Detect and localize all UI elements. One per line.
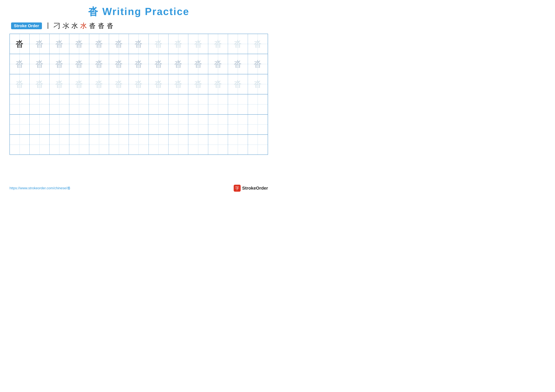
grid-cell[interactable]: 沓 [109,74,129,94]
grid-cell[interactable]: 沓 [149,74,168,94]
grid-cell[interactable]: 沓 [248,74,268,94]
cell-character: 沓 [254,40,262,48]
cell-character: 沓 [115,80,123,88]
stroke-chars: 丨 刁 氺 水 水 沓 沓 沓 [45,21,113,30]
grid-cell[interactable] [89,94,109,114]
grid-cell[interactable] [10,115,29,134]
grid-cell[interactable] [228,135,248,155]
grid-cell[interactable] [168,94,188,114]
cell-character: 沓 [194,40,202,48]
grid-cell[interactable]: 沓 [248,34,268,54]
grid-cell[interactable] [109,115,129,134]
cell-character: 沓 [95,60,103,68]
grid-cell[interactable] [228,115,248,134]
cell-character: 沓 [134,60,143,68]
grid-cell[interactable] [149,115,168,134]
cell-character: 沓 [234,60,242,68]
grid-cell[interactable] [10,135,29,155]
grid-cell[interactable]: 沓 [89,54,109,74]
grid-cell[interactable]: 沓 [69,54,89,74]
grid-cell[interactable]: 沓 [129,54,149,74]
grid-cell[interactable]: 沓 [149,34,168,54]
grid-row: 沓沓沓沓沓沓沓沓沓沓沓沓沓 [10,34,268,54]
grid-cell[interactable]: 沓 [168,74,188,94]
stroke-1: 丨 [45,21,51,30]
grid-cell[interactable] [109,94,129,114]
grid-cell[interactable]: 沓 [10,54,29,74]
footer: https://www.strokeorder.com/chinese/沓 字 … [9,185,268,192]
grid-cell[interactable]: 沓 [228,74,248,94]
grid-cell[interactable]: 沓 [188,74,208,94]
cell-character: 沓 [15,80,24,88]
grid-cell[interactable] [50,94,69,114]
grid-cell[interactable]: 沓 [248,54,268,74]
grid-cell[interactable] [188,115,208,134]
grid-cell[interactable]: 沓 [129,34,149,54]
grid-cell[interactable]: 沓 [29,74,49,94]
grid-cell[interactable]: 沓 [109,54,129,74]
grid-cell[interactable]: 沓 [109,34,129,54]
grid-row [10,94,268,114]
cell-character: 沓 [36,60,44,68]
grid-cell[interactable] [129,94,149,114]
footer-logo-text: StrokeOrder [242,186,268,191]
grid-cell[interactable]: 沓 [10,74,29,94]
stroke-6: 沓 [89,21,96,30]
grid-cell[interactable] [29,115,49,134]
footer-logo: 字 StrokeOrder [234,185,268,192]
grid-cell[interactable] [208,94,228,114]
grid-cell[interactable] [188,94,208,114]
grid-cell[interactable]: 沓 [188,54,208,74]
grid-cell[interactable] [109,135,129,155]
grid-cell[interactable]: 沓 [89,34,109,54]
grid-cell[interactable]: 沓 [228,54,248,74]
grid-cell[interactable]: 沓 [29,54,49,74]
grid-cell[interactable] [89,135,109,155]
grid-cell[interactable] [248,94,268,114]
grid-cell[interactable] [29,94,49,114]
cell-character: 沓 [55,60,63,68]
grid-cell[interactable] [149,135,168,155]
grid-cell[interactable] [188,135,208,155]
grid-cell[interactable] [129,135,149,155]
grid-cell[interactable] [69,94,89,114]
cell-character: 沓 [214,60,222,68]
grid-cell[interactable] [168,115,188,134]
grid-cell[interactable] [149,94,168,114]
grid-cell[interactable]: 沓 [208,74,228,94]
grid-cell[interactable] [69,115,89,134]
grid-cell[interactable]: 沓 [188,34,208,54]
grid-cell[interactable] [129,115,149,134]
stroke-4: 水 [71,21,78,30]
grid-cell[interactable]: 沓 [168,34,188,54]
grid-cell[interactable] [208,115,228,134]
grid-cell[interactable] [228,94,248,114]
grid-cell[interactable] [69,135,89,155]
grid-cell[interactable]: 沓 [89,74,109,94]
grid-cell[interactable]: 沓 [69,34,89,54]
grid-cell[interactable]: 沓 [50,54,69,74]
grid-cell[interactable] [10,94,29,114]
grid-cell[interactable]: 沓 [50,34,69,54]
grid-cell[interactable]: 沓 [149,54,168,74]
grid-cell[interactable]: 沓 [228,34,248,54]
grid-cell[interactable]: 沓 [129,74,149,94]
grid-cell[interactable]: 沓 [29,34,49,54]
grid-cell[interactable] [168,135,188,155]
grid-cell[interactable]: 沓 [168,54,188,74]
grid-cell[interactable]: 沓 [10,34,29,54]
grid-cell[interactable] [208,135,228,155]
grid-cell[interactable] [89,115,109,134]
cell-character: 沓 [174,40,183,48]
grid-cell[interactable]: 沓 [208,34,228,54]
grid-cell[interactable] [50,135,69,155]
cell-character: 沓 [95,80,103,88]
grid-cell[interactable] [29,135,49,155]
grid-cell[interactable]: 沓 [69,74,89,94]
grid-cell[interactable] [248,135,268,155]
grid-cell[interactable]: 沓 [208,54,228,74]
grid-row [10,135,268,155]
grid-cell[interactable] [50,115,69,134]
grid-cell[interactable] [248,115,268,134]
grid-cell[interactable]: 沓 [50,74,69,94]
